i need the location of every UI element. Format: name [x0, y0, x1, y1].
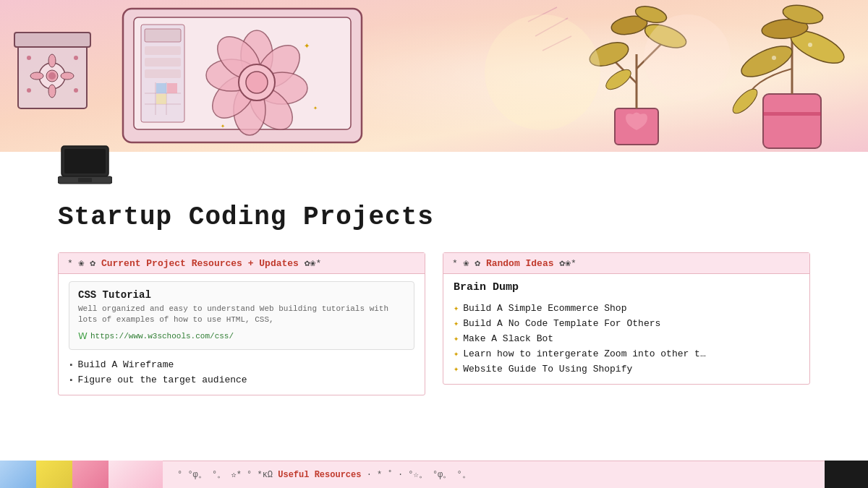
svg-rect-3: [14, 33, 90, 47]
sparkle-icon-4: ✦: [454, 348, 459, 359]
svg-rect-53: [763, 94, 821, 148]
left-header-deco-right: ✿❀*: [305, 258, 321, 269]
svg-text:✦: ✦: [313, 104, 318, 112]
svg-point-67: [644, 14, 731, 101]
right-header-label: Random Ideas: [486, 258, 554, 269]
svg-point-12: [74, 56, 78, 60]
left-section-header: * ❀ ✿ Current Project Resources + Update…: [59, 253, 425, 274]
svg-text:✦: ✦: [304, 40, 310, 51]
svg-point-10: [48, 72, 56, 80]
svg-rect-20: [145, 58, 181, 67]
link-card-title: CSS Tutorial: [78, 289, 405, 301]
right-section-header: * ❀ ✿ Random Ideas ✿❀*: [443, 253, 809, 274]
bottom-deco-left: ° °φ。 °。 ✫* ° *κΩ: [177, 468, 273, 481]
idea-item-3: ✦ Make A Slack Bot: [454, 331, 799, 346]
idea-item-5: ✦ Website Guide To Using Shopify: [454, 361, 799, 377]
svg-point-7: [48, 85, 56, 98]
svg-rect-54: [763, 112, 821, 116]
idea-item-4: ✦ Learn how to intergerate Zoom into oth…: [454, 346, 799, 361]
idea-item-1: ✦ Build A Simple Ecommerce Shop: [454, 301, 799, 316]
right-section-block: * ❀ ✿ Random Ideas ✿❀* Brain Dump ✦ Buil…: [443, 252, 810, 385]
svg-rect-69: [64, 149, 106, 174]
idea-list: ✦ Build A Simple Ecommerce Shop ✦ Build …: [454, 301, 799, 377]
svg-rect-21: [145, 69, 181, 78]
page-title: Startup Coding Projects: [58, 202, 810, 232]
dark-block: [825, 461, 868, 488]
right-header-deco-left: * ❀ ✿: [452, 258, 480, 269]
sparkle-icon-3: ✦: [454, 333, 459, 344]
svg-point-62: [808, 43, 812, 47]
bottom-bar-container: ° °φ。 °。 ✫* ° *κΩ Useful Resources · * ˚…: [0, 461, 868, 488]
thumb-blue: [0, 461, 36, 488]
svg-point-13: [27, 88, 31, 93]
svg-rect-28: [167, 83, 177, 93]
svg-rect-18: [145, 29, 181, 42]
sparkle-icon-2: ✦: [454, 318, 459, 329]
svg-point-6: [48, 54, 56, 67]
left-header-deco-left: * ❀ ✿: [67, 258, 95, 269]
right-header-deco-right: ✿❀*: [559, 258, 576, 269]
left-section-block: * ❀ ✿ Current Project Resources + Update…: [58, 252, 425, 395]
bottom-deco-right: · * ˚ · °☆。 °φ。 °。: [367, 468, 471, 481]
bullet-item-2: Figure out the target audience: [69, 372, 414, 388]
laptop-icon-wrapper: [0, 145, 868, 188]
thumb-pink: [72, 461, 109, 488]
idea-item-2: ✦ Build A No Code Template For Others: [454, 316, 799, 331]
link-card[interactable]: CSS Tutorial Well organized and easy to …: [69, 281, 414, 350]
columns-layout: * ❀ ✿ Current Project Resources + Update…: [58, 252, 810, 395]
svg-point-9: [61, 72, 74, 80]
link-card-url[interactable]: https://www.w3schools.com/css/: [78, 330, 405, 342]
useful-resources-label: Useful Resources: [278, 470, 361, 480]
svg-rect-71: [78, 178, 92, 182]
link-card-desc: Well organized and easy to understand We…: [78, 304, 405, 326]
right-column: * ❀ ✿ Random Ideas ✿❀* Brain Dump ✦ Buil…: [443, 252, 810, 395]
svg-point-14: [74, 88, 78, 93]
svg-rect-19: [145, 46, 181, 55]
svg-rect-27: [156, 83, 166, 93]
svg-text:✦: ✦: [221, 122, 225, 130]
right-section-body: Brain Dump ✦ Build A Simple Ecommerce Sh…: [443, 274, 809, 384]
main-content: Startup Coding Projects * ❀ ✿ Current Pr…: [0, 188, 868, 410]
svg-point-40: [246, 72, 268, 93]
thumb-lightpink: [109, 461, 163, 488]
svg-point-61: [772, 56, 776, 60]
left-header-label: Current Project Resources + Updates: [101, 258, 299, 269]
left-column: * ❀ ✿ Current Project Resources + Update…: [58, 252, 425, 395]
section-subtitle: Brain Dump: [454, 281, 799, 294]
hero-banner: ✦ ✦ ✦: [0, 0, 868, 152]
thumb-yellow: [36, 461, 72, 488]
left-section-body: CSS Tutorial Well organized and easy to …: [59, 274, 425, 395]
bullet-list: Build A Wireframe Figure out the target …: [69, 357, 414, 388]
svg-rect-29: [156, 94, 166, 104]
bullet-item-1: Build A Wireframe: [69, 357, 414, 372]
bottom-thumbnails: [0, 461, 163, 488]
sparkle-icon-1: ✦: [454, 303, 459, 314]
laptop-icon: [58, 145, 112, 188]
svg-point-11: [27, 56, 31, 60]
svg-point-66: [485, 14, 600, 130]
useful-resources-bar[interactable]: ° °φ。 °。 ✫* ° *κΩ Useful Resources · * ˚…: [163, 461, 825, 488]
svg-point-8: [30, 72, 43, 80]
sparkle-icon-5: ✦: [454, 364, 459, 374]
page-container: ✦ ✦ ✦: [0, 0, 868, 488]
